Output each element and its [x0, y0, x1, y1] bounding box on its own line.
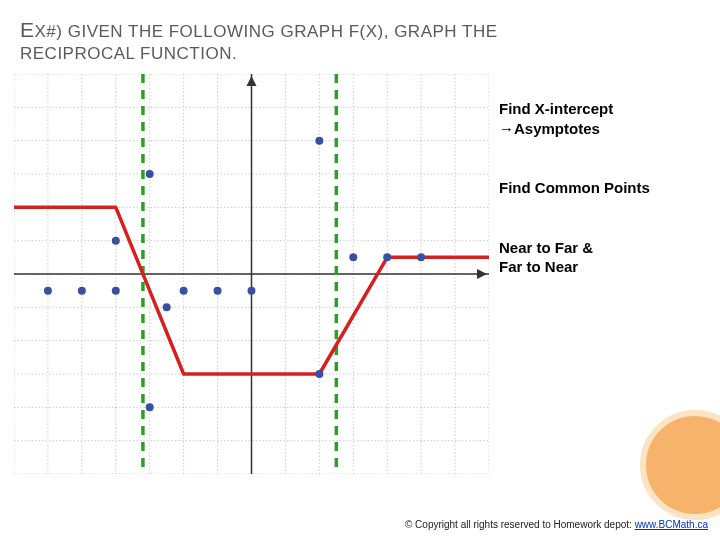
svg-point-39: [146, 403, 154, 411]
footer-copyright: © Copyright all rights reserved to Homew…: [405, 519, 708, 530]
svg-point-38: [146, 170, 154, 178]
svg-point-45: [315, 137, 323, 145]
svg-point-48: [417, 253, 425, 261]
svg-marker-31: [247, 76, 257, 86]
title-seg: E: [20, 18, 35, 41]
svg-point-40: [163, 303, 171, 311]
svg-point-46: [349, 253, 357, 261]
svg-point-41: [180, 287, 188, 295]
title-seg: IVEN THE FOLLOWING GRAPH F(X), GRAPH THE: [81, 22, 497, 41]
title-seg: X#) G: [35, 22, 82, 41]
step-block: Find Common Points: [499, 178, 650, 198]
svg-point-36: [112, 287, 120, 295]
svg-point-37: [112, 237, 120, 245]
svg-point-35: [78, 287, 86, 295]
footer-link[interactable]: www.BCMath.ca: [635, 519, 708, 530]
svg-point-34: [44, 287, 52, 295]
svg-point-42: [214, 287, 222, 295]
chart: [14, 74, 489, 474]
footer-text: © Copyright all rights reserved to Homew…: [405, 519, 635, 530]
svg-point-47: [383, 253, 391, 261]
svg-marker-30: [477, 269, 487, 279]
step-text: Far to Near: [499, 257, 650, 277]
page-title: EX#) GIVEN THE FOLLOWING GRAPH F(X), GRA…: [20, 18, 700, 42]
step-block: Near to Far & Far to Near: [499, 238, 650, 277]
svg-point-43: [248, 287, 256, 295]
step-block: Find X-intercept →Asymptotes: [499, 99, 650, 138]
steps-panel: Find X-intercept →Asymptotes Find Common…: [489, 74, 650, 474]
step-text: Find X-intercept: [499, 99, 650, 119]
page-subtitle: RECIPROCAL FUNCTION.: [20, 44, 700, 64]
step-text: →Asymptotes: [499, 119, 650, 139]
step-text: Near to Far &: [499, 238, 650, 258]
step-text: Find Common Points: [499, 178, 650, 198]
svg-point-44: [315, 370, 323, 378]
